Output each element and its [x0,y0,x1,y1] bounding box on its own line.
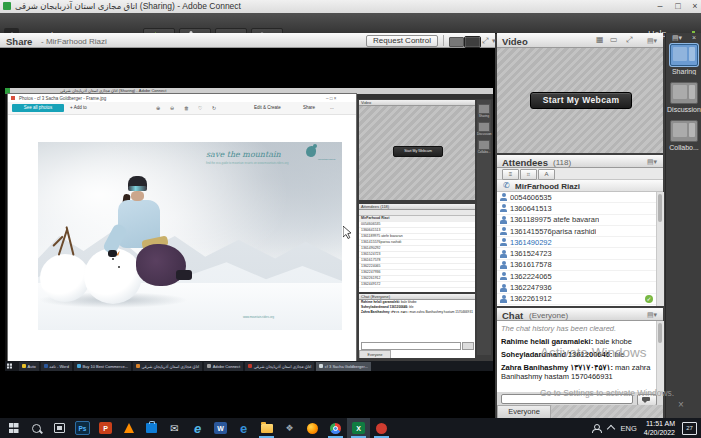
attendee-row[interactable]: 1361189975 atefe bavaran [497,215,656,226]
app-icon[interactable]: ❖ [278,418,301,438]
attendee-row[interactable]: 1361524723 [497,248,656,259]
firefox-icon[interactable] [301,418,324,438]
shared-app-icon [136,364,140,368]
mini-layout-item: Discussion [477,122,491,136]
photos-window-title: Photos - cf 3 Sacha Goldberger - Frame.j… [19,96,106,101]
fullscreen-icon[interactable]: ⤢ [482,36,488,46]
shared-taskbar-item: Auto [19,362,39,371]
attendee-name: 1360641513 [510,204,552,213]
attendee-name: 0054606535 [510,193,552,202]
excel-icon[interactable]: X [347,418,370,438]
attendee-avatar-icon [500,204,507,212]
chat-pod-header: Chat (Everyone) ▤▾ [497,308,663,321]
filmstrip-view-icon[interactable]: ▭ [610,35,618,44]
mini-layout-thumbnail [478,122,490,132]
phone-icon: ✆ [503,181,510,190]
grid-view-icon[interactable]: ▦ [596,35,604,44]
girl-glove [108,250,117,257]
pod-menu-icon[interactable]: ▾ [492,37,496,45]
mail-icon[interactable]: ✉ [163,418,186,438]
everyone-tab[interactable]: Everyone [497,405,551,418]
attendee-row[interactable]: 1361415576parisa rashidi [497,226,656,237]
chat-scrollbar[interactable] [656,321,664,392]
ad-url: www.mountain-riders.org [243,315,274,319]
attendee-row[interactable]: 0054606535 [497,192,656,203]
shared-app-icon [207,364,211,368]
layout-thumbnail[interactable] [670,44,698,66]
attendees-scrollbar[interactable] [656,192,664,306]
pod-menu-icon[interactable]: ▤▾ [647,37,657,45]
chrome-icon[interactable] [324,418,347,438]
pod-menu-icon[interactable]: ▤▾ [647,158,657,166]
layout-thumbnail[interactable] [670,120,698,142]
mini-layout-item: Sharing [477,104,491,118]
task-view-icon[interactable] [48,418,71,438]
layout-list: Sharing Discussion Collabo... [666,44,701,151]
people-icon[interactable] [592,424,601,433]
maximize-button[interactable]: □ [671,0,685,12]
fullscreen-icon[interactable]: ⤢ [626,35,632,45]
presenter-view-icon[interactable] [449,37,464,47]
layout-item[interactable]: Collabo... [666,120,701,151]
mini-everyone-tab: Everyone [359,350,391,358]
clock[interactable]: 11:51 AM 4/20/2022 [644,419,675,437]
attendee-row[interactable]: 1362449172 [497,305,656,306]
mini-layout-label: Sharing [477,114,491,118]
mini-layout-label: Discussion [477,132,491,136]
send-message-button[interactable] [637,394,657,406]
language-indicator[interactable]: ENG [621,424,637,433]
snowman-eye [118,266,120,268]
panel-menu-icon[interactable]: ▤▾ [672,34,682,42]
share-button: Share [303,105,315,110]
vlc-icon[interactable] [117,418,140,438]
chat-input[interactable] [501,394,633,404]
list-view-button[interactable]: ≡ [502,169,519,180]
attendees-toolbar: ≡ ⌗ A [497,168,663,180]
layout-thumbnail[interactable] [670,82,698,104]
tray-expand-icon[interactable] [606,425,614,433]
start-webcam-button[interactable]: Start My Webcam [530,92,632,109]
scrollbar-thumb[interactable] [658,323,662,343]
status-view-button[interactable]: A [538,169,555,180]
close-button[interactable]: × [688,0,701,12]
ad-logo-text: mountain riders [318,158,335,161]
windows-taskbar: Ps P ✉ e W [0,418,701,438]
share-pod-header: Share - MirFarhood Riazi Request Control… [0,33,495,48]
breakout-view-button[interactable]: ⌗ [520,169,537,180]
strip-close-icon[interactable]: × [678,399,684,410]
chat-history-notice: The chat history has been cleared. [501,324,652,333]
full-screen-view-icon[interactable] [465,37,480,47]
word-icon[interactable]: W [209,418,232,438]
start-icon[interactable] [2,418,25,438]
layout-item[interactable]: Sharing [666,44,701,75]
agree-check-icon: ✓ [645,295,653,303]
request-control-button[interactable]: Request Control [366,35,438,47]
file-explorer-icon[interactable] [255,418,278,438]
attendee-name: 1361617578 [510,260,552,269]
adobe-connect-icon[interactable] [370,418,393,438]
attendee-row[interactable]: 1362247936 [497,282,656,293]
minimize-button[interactable]: – [653,0,667,12]
search-icon[interactable] [25,418,48,438]
store-icon[interactable] [140,418,163,438]
pod-menu-icon[interactable]: ▤▾ [647,311,657,319]
mini-chat-messages: Rahime helali garamaleki: bale khobeSohe… [359,301,475,314]
photoshop-icon[interactable]: Ps [71,418,94,438]
attendee-row[interactable]: 1361617578 [497,260,656,271]
attendee-row[interactable]: 1360641513 [497,203,656,214]
attendee-avatar-icon [500,272,507,280]
layout-item[interactable]: Discussion [666,82,701,113]
scrollbar-thumb[interactable] [658,194,662,222]
edge-icon[interactable]: e [232,418,255,438]
host-row[interactable]: ✆ MirFarhood Riazi [497,180,663,192]
action-center-icon[interactable]: 27 [682,422,697,435]
attendee-row[interactable]: 1362261912 ✓ [497,294,656,305]
chat-tabs-row: Everyone [497,405,663,418]
powerpoint-icon[interactable]: P [94,418,117,438]
vulture-icon [306,146,316,157]
panel-close-icon[interactable]: × [692,34,696,41]
photos-toolbar: See all photos + Add to ⊕ ⊖ 🗑 ♡ ↻ Edit &… [8,102,356,115]
ie-icon[interactable]: e [186,418,209,438]
attendee-row[interactable]: 1362224065 [497,271,656,282]
attendee-row[interactable]: 1361490292 [497,237,656,248]
